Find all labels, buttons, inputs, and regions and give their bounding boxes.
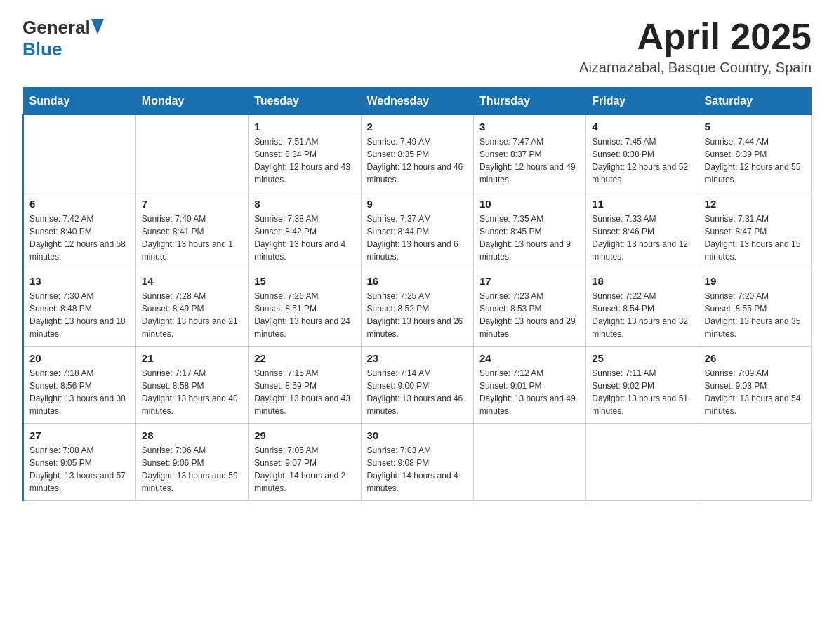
day-cell-15: 15Sunrise: 7:26 AMSunset: 8:51 PMDayligh…: [249, 269, 361, 347]
weekday-header-friday: Friday: [586, 88, 699, 115]
day-cell-14: 14Sunrise: 7:28 AMSunset: 8:49 PMDayligh…: [135, 269, 248, 347]
day-info: Sunrise: 7:11 AMSunset: 9:02 PMDaylight:…: [592, 367, 692, 417]
empty-cell: [23, 115, 135, 192]
day-info: Sunrise: 7:22 AMSunset: 8:54 PMDaylight:…: [592, 290, 692, 340]
day-cell-29: 29Sunrise: 7:05 AMSunset: 9:07 PMDayligh…: [249, 424, 361, 501]
day-info: Sunrise: 7:20 AMSunset: 8:55 PMDaylight:…: [705, 290, 805, 340]
day-number: 17: [479, 275, 580, 287]
day-number: 23: [367, 352, 468, 364]
day-info: Sunrise: 7:28 AMSunset: 8:49 PMDaylight:…: [142, 290, 242, 340]
week-row-4: 20Sunrise: 7:18 AMSunset: 8:56 PMDayligh…: [23, 347, 812, 424]
week-row-3: 13Sunrise: 7:30 AMSunset: 8:48 PMDayligh…: [23, 269, 812, 347]
day-info: Sunrise: 7:49 AMSunset: 8:35 PMDaylight:…: [367, 135, 468, 186]
day-number: 19: [705, 275, 805, 287]
month-title: April 2025: [579, 17, 812, 57]
logo-blue-text: Blue: [22, 39, 62, 60]
day-number: 24: [479, 352, 580, 364]
day-number: 4: [592, 121, 692, 133]
week-row-1: 1Sunrise: 7:51 AMSunset: 8:34 PMDaylight…: [23, 115, 812, 192]
day-info: Sunrise: 7:08 AMSunset: 9:05 PMDaylight:…: [29, 444, 130, 495]
day-cell-2: 2Sunrise: 7:49 AMSunset: 8:35 PMDaylight…: [361, 115, 473, 192]
weekday-header-tuesday: Tuesday: [249, 88, 361, 115]
day-cell-6: 6Sunrise: 7:42 AMSunset: 8:40 PMDaylight…: [23, 192, 135, 269]
day-info: Sunrise: 7:06 AMSunset: 9:06 PMDaylight:…: [142, 444, 242, 495]
calendar-table: SundayMondayTuesdayWednesdayThursdayFrid…: [22, 87, 812, 501]
weekday-header-saturday: Saturday: [699, 88, 811, 115]
day-info: Sunrise: 7:31 AMSunset: 8:47 PMDaylight:…: [705, 213, 805, 263]
day-info: Sunrise: 7:47 AMSunset: 8:37 PMDaylight:…: [479, 135, 580, 186]
page-header: General Blue April 2025 Aizarnazabal, Ba…: [22, 17, 812, 76]
day-info: Sunrise: 7:23 AMSunset: 8:53 PMDaylight:…: [479, 290, 580, 340]
day-info: Sunrise: 7:14 AMSunset: 9:00 PMDaylight:…: [367, 367, 468, 417]
day-number: 15: [254, 275, 355, 287]
day-number: 10: [479, 198, 580, 210]
empty-cell: [135, 115, 248, 192]
empty-cell: [473, 424, 585, 501]
weekday-header-row: SundayMondayTuesdayWednesdayThursdayFrid…: [23, 88, 812, 115]
day-info: Sunrise: 7:33 AMSunset: 8:46 PMDaylight:…: [592, 213, 692, 263]
day-number: 11: [592, 198, 692, 210]
day-cell-27: 27Sunrise: 7:08 AMSunset: 9:05 PMDayligh…: [23, 424, 135, 501]
day-cell-8: 8Sunrise: 7:38 AMSunset: 8:42 PMDaylight…: [249, 192, 361, 269]
day-number: 14: [142, 275, 242, 287]
day-cell-19: 19Sunrise: 7:20 AMSunset: 8:55 PMDayligh…: [699, 269, 811, 347]
day-info: Sunrise: 7:26 AMSunset: 8:51 PMDaylight:…: [254, 290, 355, 340]
svg-marker-0: [91, 19, 104, 34]
day-cell-5: 5Sunrise: 7:44 AMSunset: 8:39 PMDaylight…: [699, 115, 811, 192]
day-number: 12: [705, 198, 805, 210]
day-number: 9: [367, 198, 468, 210]
weekday-header-monday: Monday: [135, 88, 248, 115]
day-cell-16: 16Sunrise: 7:25 AMSunset: 8:52 PMDayligh…: [361, 269, 473, 347]
day-cell-28: 28Sunrise: 7:06 AMSunset: 9:06 PMDayligh…: [135, 424, 248, 501]
day-number: 30: [367, 429, 468, 441]
day-info: Sunrise: 7:38 AMSunset: 8:42 PMDaylight:…: [254, 213, 355, 263]
day-info: Sunrise: 7:30 AMSunset: 8:48 PMDaylight:…: [29, 290, 130, 340]
day-info: Sunrise: 7:42 AMSunset: 8:40 PMDaylight:…: [29, 213, 130, 263]
day-number: 29: [254, 429, 355, 441]
day-cell-18: 18Sunrise: 7:22 AMSunset: 8:54 PMDayligh…: [586, 269, 699, 347]
day-cell-11: 11Sunrise: 7:33 AMSunset: 8:46 PMDayligh…: [586, 192, 699, 269]
logo-general-text: General: [22, 17, 91, 39]
day-cell-24: 24Sunrise: 7:12 AMSunset: 9:01 PMDayligh…: [473, 347, 585, 424]
day-info: Sunrise: 7:44 AMSunset: 8:39 PMDaylight:…: [705, 135, 805, 186]
day-cell-7: 7Sunrise: 7:40 AMSunset: 8:41 PMDaylight…: [135, 192, 248, 269]
day-number: 13: [29, 275, 130, 287]
empty-cell: [586, 424, 699, 501]
weekday-header-wednesday: Wednesday: [361, 88, 473, 115]
day-cell-1: 1Sunrise: 7:51 AMSunset: 8:34 PMDaylight…: [249, 115, 361, 192]
day-info: Sunrise: 7:40 AMSunset: 8:41 PMDaylight:…: [142, 213, 242, 263]
weekday-header-thursday: Thursday: [473, 88, 585, 115]
day-info: Sunrise: 7:03 AMSunset: 9:08 PMDaylight:…: [367, 444, 468, 495]
day-cell-26: 26Sunrise: 7:09 AMSunset: 9:03 PMDayligh…: [699, 347, 811, 424]
day-info: Sunrise: 7:12 AMSunset: 9:01 PMDaylight:…: [479, 367, 580, 417]
day-cell-30: 30Sunrise: 7:03 AMSunset: 9:08 PMDayligh…: [361, 424, 473, 501]
day-cell-13: 13Sunrise: 7:30 AMSunset: 8:48 PMDayligh…: [23, 269, 135, 347]
day-number: 25: [592, 352, 692, 364]
day-info: Sunrise: 7:18 AMSunset: 8:56 PMDaylight:…: [29, 367, 130, 417]
day-number: 6: [29, 198, 130, 210]
day-number: 22: [254, 352, 355, 364]
day-info: Sunrise: 7:05 AMSunset: 9:07 PMDaylight:…: [254, 444, 355, 495]
day-number: 2: [367, 121, 468, 133]
day-cell-17: 17Sunrise: 7:23 AMSunset: 8:53 PMDayligh…: [473, 269, 585, 347]
day-number: 8: [254, 198, 355, 210]
day-cell-10: 10Sunrise: 7:35 AMSunset: 8:45 PMDayligh…: [473, 192, 585, 269]
logo-triangle-icon: [91, 19, 104, 37]
day-number: 1: [254, 121, 355, 133]
day-number: 7: [142, 198, 242, 210]
day-number: 3: [479, 121, 580, 133]
day-cell-3: 3Sunrise: 7:47 AMSunset: 8:37 PMDaylight…: [473, 115, 585, 192]
weekday-header-sunday: Sunday: [23, 88, 135, 115]
day-number: 5: [705, 121, 805, 133]
empty-cell: [699, 424, 811, 501]
day-info: Sunrise: 7:35 AMSunset: 8:45 PMDaylight:…: [479, 213, 580, 263]
day-cell-21: 21Sunrise: 7:17 AMSunset: 8:58 PMDayligh…: [135, 347, 248, 424]
day-number: 20: [29, 352, 130, 364]
day-cell-23: 23Sunrise: 7:14 AMSunset: 9:00 PMDayligh…: [361, 347, 473, 424]
week-row-5: 27Sunrise: 7:08 AMSunset: 9:05 PMDayligh…: [23, 424, 812, 501]
day-info: Sunrise: 7:51 AMSunset: 8:34 PMDaylight:…: [254, 135, 355, 186]
day-number: 28: [142, 429, 242, 441]
day-info: Sunrise: 7:37 AMSunset: 8:44 PMDaylight:…: [367, 213, 468, 263]
day-cell-22: 22Sunrise: 7:15 AMSunset: 8:59 PMDayligh…: [249, 347, 361, 424]
day-number: 26: [705, 352, 805, 364]
